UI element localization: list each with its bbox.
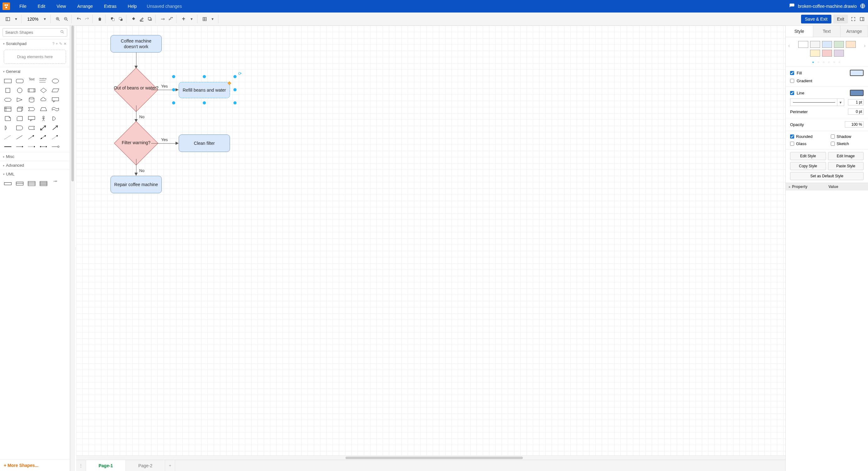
table-button[interactable] <box>201 15 208 23</box>
shape-connector-3[interactable] <box>28 143 36 150</box>
shadow-checkbox[interactable] <box>831 134 835 139</box>
redo-button[interactable] <box>84 15 90 23</box>
shape-step[interactable] <box>28 106 36 112</box>
page-menu-button[interactable]: ⋮ <box>76 460 86 471</box>
selection-handle[interactable] <box>172 88 175 91</box>
selection-handle[interactable] <box>172 75 175 78</box>
shape-connector-1[interactable] <box>4 143 12 150</box>
shape-rounded-rect[interactable] <box>16 77 24 85</box>
app-logo[interactable] <box>2 2 10 10</box>
uml-class2[interactable] <box>39 180 48 187</box>
menu-extras[interactable]: Extras <box>99 1 122 11</box>
menu-file[interactable]: File <box>14 1 32 11</box>
chevron-down-icon[interactable]: ▾ <box>12 15 20 23</box>
fill-checkbox[interactable] <box>790 71 794 75</box>
edge-q2-end[interactable] <box>136 159 136 174</box>
zoom-level[interactable]: 120% <box>25 16 40 22</box>
swatch-green[interactable] <box>834 41 844 48</box>
zoom-in-button[interactable] <box>55 15 61 23</box>
node-start[interactable]: Coffee machine doesn't work <box>111 35 162 53</box>
shape-callout2[interactable] <box>28 115 36 122</box>
shape-connector-4[interactable] <box>39 143 48 150</box>
scratchpad-dropzone[interactable]: Drag elements here <box>4 50 66 64</box>
edge-label-no-2[interactable]: No <box>139 168 145 173</box>
line-color-chip[interactable] <box>850 90 864 96</box>
add-icon[interactable]: + <box>56 42 58 46</box>
shadow-button[interactable] <box>147 15 153 23</box>
menu-view[interactable]: View <box>52 1 71 11</box>
shape-line-arrow[interactable] <box>28 134 36 141</box>
shape-line[interactable] <box>16 134 24 141</box>
tab-text[interactable]: Text <box>813 26 841 37</box>
edge-label-no[interactable]: No <box>139 114 145 119</box>
paste-style-button[interactable]: Paste Style <box>828 162 864 170</box>
selection-handle[interactable] <box>234 75 237 78</box>
zoom-out-button[interactable] <box>63 15 69 23</box>
uml-attribute[interactable]: +attr <box>51 180 59 187</box>
shape-note[interactable] <box>4 115 12 122</box>
chevron-down-icon[interactable]: ▾ <box>209 15 216 23</box>
exit-button[interactable]: Exit <box>833 15 848 24</box>
swatch-next-icon[interactable]: › <box>864 43 866 48</box>
language-icon[interactable] <box>860 3 866 10</box>
shape-ellipse[interactable] <box>51 77 59 85</box>
edge-q1-q2[interactable] <box>136 105 136 121</box>
more-shapes-button[interactable]: + More Shapes... <box>0 460 70 471</box>
selection-handle[interactable] <box>234 88 237 91</box>
shape-parallelogram[interactable] <box>51 87 59 94</box>
swatch-orange[interactable] <box>846 41 856 48</box>
shape-diamond[interactable] <box>39 87 48 94</box>
shape-square[interactable] <box>4 87 12 94</box>
canvas-h-scrollbar[interactable] <box>76 456 785 460</box>
shape-actor[interactable] <box>39 115 48 122</box>
shape-half-circle[interactable] <box>51 115 59 122</box>
glass-checkbox[interactable] <box>790 142 794 146</box>
delete-button[interactable] <box>96 15 103 23</box>
node-end[interactable]: Repair coffee machine <box>111 176 162 193</box>
shape-arrow-ne2[interactable] <box>51 125 59 131</box>
shape-dotted-arrow[interactable] <box>51 134 59 141</box>
page-tab-1[interactable]: Page-1 <box>86 460 126 471</box>
shape-tape[interactable] <box>51 106 59 112</box>
shape-and[interactable] <box>16 125 24 131</box>
insert-button[interactable]: + <box>180 15 187 23</box>
connection-button[interactable] <box>159 15 166 23</box>
swatch-blue[interactable] <box>822 41 832 48</box>
shape-rectangle[interactable] <box>4 77 12 85</box>
selection-handle[interactable] <box>172 101 175 104</box>
to-back-button[interactable] <box>117 15 124 23</box>
fullscreen-button[interactable] <box>850 15 857 23</box>
line-width-input[interactable] <box>848 99 864 105</box>
shape-internal-storage[interactable] <box>4 106 12 112</box>
tab-arrange[interactable]: Arrange <box>840 26 868 37</box>
shape-connector-5[interactable] <box>51 143 59 150</box>
shape-trapezoid[interactable] <box>39 106 48 112</box>
node-a2[interactable]: Clean filter <box>179 134 230 152</box>
shape-dotted-line[interactable] <box>4 134 12 141</box>
fill-color-chip[interactable] <box>850 70 864 76</box>
waypoints-button[interactable] <box>167 15 174 23</box>
shape-card[interactable] <box>16 115 24 122</box>
diagram-canvas[interactable]: Coffee machine doesn't work Out of beans… <box>76 26 785 456</box>
shape-text[interactable]: Text <box>28 77 36 85</box>
shape-data-storage[interactable] <box>28 125 36 131</box>
shape-hexagon[interactable] <box>4 96 12 103</box>
document-filename[interactable]: broken-coffee-machine.drawio <box>798 4 857 9</box>
left-scrollbar[interactable] <box>70 26 74 471</box>
tab-style[interactable]: Style <box>786 26 813 37</box>
shape-process[interactable] <box>28 87 36 94</box>
menu-edit[interactable]: Edit <box>33 1 51 11</box>
default-style-button[interactable]: Set as Default Style <box>790 172 864 180</box>
rotate-handle-icon[interactable]: ⟳ <box>238 71 243 75</box>
shape-arrow-ne[interactable] <box>39 125 48 131</box>
edit-icon[interactable]: ✎ <box>59 42 62 46</box>
chevron-down-icon[interactable]: ▾ <box>188 15 195 23</box>
chevron-down-icon[interactable]: ▾ <box>42 15 49 23</box>
swatch-pager[interactable]: ● ○ ○ ○ ○ ○ <box>786 60 868 66</box>
property-grid-header[interactable]: ▸ Property Value <box>786 183 868 191</box>
page-tab-2[interactable]: Page-2 <box>126 460 165 471</box>
uml-interface[interactable] <box>16 180 24 187</box>
shape-cylinder[interactable] <box>28 96 36 103</box>
node-q2[interactable]: Filter warning? <box>114 121 158 165</box>
format-panel-toggle[interactable] <box>859 15 866 23</box>
